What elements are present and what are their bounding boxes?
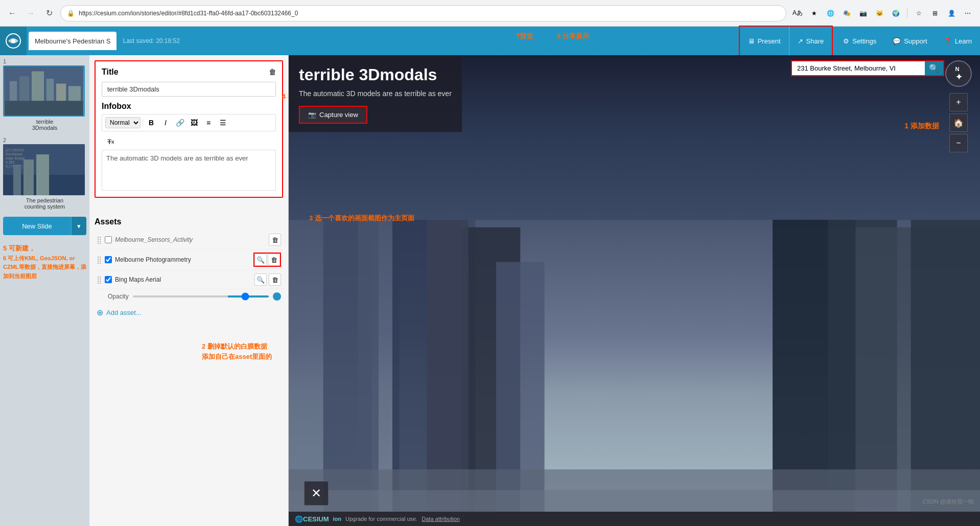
slide-1-number: 1 bbox=[3, 58, 86, 64]
asset-1-name: Melbourne_Sensors_Activity bbox=[115, 236, 266, 243]
toolbar-divider bbox=[143, 119, 143, 127]
cesium-footer: 🌐CESIUM ion Upgrade for commercial use. … bbox=[289, 512, 980, 526]
support-button[interactable]: 💬 Support bbox=[884, 27, 936, 55]
svg-rect-33 bbox=[289, 490, 980, 512]
share-icon: ↗ bbox=[798, 37, 803, 45]
extension3-icon[interactable]: 📷 bbox=[856, 6, 870, 20]
csdn-annotation: CSDN @请给我一啪 bbox=[923, 498, 974, 506]
text-style-select[interactable]: Normal bbox=[105, 117, 141, 128]
asset-1-delete-button[interactable]: 🗑 bbox=[269, 234, 281, 246]
extension5-icon[interactable]: 🌍 bbox=[889, 6, 903, 20]
share-button[interactable]: ↗ Share bbox=[789, 27, 832, 55]
spacer bbox=[89, 203, 288, 208]
extension1-icon[interactable]: 🌐 bbox=[823, 6, 837, 20]
assets-section: Assets ⣿ Melbourne_Sensors_Activity 🗑 ⣿ … bbox=[95, 213, 283, 322]
settings-button[interactable]: ⚙ Settings bbox=[835, 27, 884, 55]
map-subtitle: The automatic 3D models are as terrible … bbox=[299, 89, 452, 98]
title-tab[interactable]: Melbourne's Pedestrian S bbox=[29, 32, 116, 50]
camera-icon: 📷 bbox=[308, 111, 316, 119]
star-icon[interactable]: ★ bbox=[807, 6, 821, 20]
asset-2-zoom-button[interactable]: 🔍 bbox=[254, 254, 267, 266]
svg-rect-9 bbox=[5, 101, 83, 116]
asset-3-zoom-button[interactable]: 🔍 bbox=[254, 273, 267, 286]
bold-button[interactable]: B bbox=[145, 117, 157, 129]
extension4-icon[interactable]: 🐱 bbox=[872, 6, 886, 20]
url-bar[interactable]: 🔒 https://cesium.com/ion/stories/editor/… bbox=[60, 5, 786, 21]
compass[interactable]: N✦ bbox=[945, 60, 972, 87]
map-city bbox=[289, 220, 980, 512]
browser-actions: Aあ ★ 🌐 🎭 📷 🐱 🌍 ☆ ⊞ 👤 ⋯ bbox=[790, 6, 975, 20]
svg-point-1 bbox=[11, 39, 15, 43]
annotation-3: 3 选一个喜欢的画面截图作为主页面 bbox=[309, 214, 414, 223]
learn-button[interactable]: ❓ Learn bbox=[936, 27, 980, 55]
favorites-icon[interactable]: ☆ bbox=[912, 6, 926, 20]
forward-button[interactable]: → bbox=[24, 6, 38, 20]
ordered-list-button[interactable]: ≡ bbox=[202, 117, 215, 129]
search-icon: 🔍 bbox=[929, 63, 939, 73]
slide-2-thumbnail: (27.290224 Southbank ridge Bridge 9,380 … bbox=[3, 144, 85, 195]
map-controls: N✦ + 🏠 − bbox=[945, 60, 972, 152]
zoom-in-button[interactable]: + bbox=[949, 93, 968, 111]
add-asset-button[interactable]: ⊕ Add asset... bbox=[95, 304, 144, 322]
opacity-handle bbox=[273, 292, 281, 301]
svg-rect-17 bbox=[13, 165, 21, 195]
present-button[interactable]: 🖥 Present bbox=[740, 27, 789, 55]
cesium-logo bbox=[0, 27, 27, 55]
profile-icon[interactable]: 👤 bbox=[944, 6, 959, 20]
asset-2-btn-group: 🔍 🗑 bbox=[253, 253, 281, 267]
new-slide-dropdown-button[interactable]: ▾ bbox=[71, 217, 86, 235]
translate-icon[interactable]: Aあ bbox=[790, 6, 805, 20]
data-attribution-link[interactable]: Data attribution bbox=[422, 516, 460, 522]
close-button[interactable]: ✕ bbox=[304, 481, 329, 506]
image-button[interactable]: 🖼 bbox=[188, 117, 200, 129]
strikethrough-button[interactable]: Tx bbox=[105, 135, 117, 148]
reload-button[interactable]: ↻ bbox=[42, 6, 56, 20]
map-title: terrible 3Dmodals bbox=[299, 65, 452, 84]
map-search: 🔍 bbox=[791, 60, 944, 76]
asset-2-name: Melbourne Photogrammetry bbox=[115, 256, 250, 263]
drag-handle-2[interactable]: ⣿ bbox=[97, 256, 102, 264]
unordered-list-button[interactable]: ☰ bbox=[217, 117, 229, 129]
drag-handle-3[interactable]: ⣿ bbox=[97, 276, 102, 284]
asset-3-name: Bing Maps Aerial bbox=[115, 276, 251, 283]
asset-3-checkbox[interactable] bbox=[105, 276, 112, 283]
divider bbox=[907, 8, 907, 18]
menu-icon[interactable]: ⋯ bbox=[961, 6, 975, 20]
slide-1[interactable]: 1 terrible3Dmodals bbox=[0, 55, 89, 134]
title-input[interactable] bbox=[102, 82, 276, 97]
plus-circle-icon: ⊕ bbox=[97, 308, 103, 317]
zoom-out-button[interactable]: − bbox=[949, 134, 968, 152]
compass-n-label: N✦ bbox=[955, 66, 962, 82]
browser-chrome: ← → ↻ 🔒 https://cesium.com/ion/stories/e… bbox=[0, 0, 980, 27]
asset-1-actions: 🗑 bbox=[269, 234, 281, 246]
back-button[interactable]: ← bbox=[5, 6, 19, 20]
capture-view-button[interactable]: 📷 Capture view bbox=[299, 106, 367, 124]
asset-1-checkbox[interactable] bbox=[105, 236, 112, 243]
asset-2-delete-button[interactable]: 🗑 bbox=[268, 254, 280, 266]
search-button[interactable]: 🔍 bbox=[925, 61, 943, 75]
search-input[interactable] bbox=[792, 61, 925, 75]
slide-2-number: 2 bbox=[3, 137, 86, 143]
secure-icon: 🔒 bbox=[67, 10, 75, 17]
slide-2[interactable]: 2 (27.290224 Southbank ridge Bridge 9,38… bbox=[0, 134, 89, 213]
opacity-slider[interactable] bbox=[133, 295, 269, 298]
tab-title: Melbourne's Pedestrian S bbox=[35, 37, 110, 45]
svg-rect-19 bbox=[36, 154, 49, 195]
extension2-icon[interactable]: 🎭 bbox=[839, 6, 854, 20]
asset-3-delete-button[interactable]: 🗑 bbox=[269, 273, 281, 286]
x-icon: ✕ bbox=[311, 486, 321, 500]
tab-manager-icon[interactable]: ⊞ bbox=[928, 6, 942, 20]
slide-2-caption: The pedestriancounting system bbox=[3, 197, 86, 210]
ion-text: ion bbox=[333, 516, 342, 522]
delete-title-button[interactable]: 🗑 bbox=[269, 68, 276, 76]
asset-item-1: ⣿ Melbourne_Sensors_Activity 🗑 bbox=[95, 231, 283, 249]
link-button[interactable]: 🔗 bbox=[174, 117, 186, 129]
home-button[interactable]: 🏠 bbox=[949, 113, 968, 132]
drag-handle-1[interactable]: ⣿ bbox=[97, 236, 102, 244]
new-slide-button[interactable]: New Slide bbox=[3, 217, 71, 235]
infobox-content[interactable]: The automatic 3D models are as terrible … bbox=[102, 150, 276, 191]
assets-title: Assets bbox=[95, 213, 283, 231]
asset-2-checkbox[interactable] bbox=[105, 256, 112, 263]
italic-button[interactable]: I bbox=[159, 117, 172, 129]
slide-annotations: 5 可新建， 6 可上传KML, GeoJSON, or CZML等数据，直接拖… bbox=[0, 239, 89, 285]
